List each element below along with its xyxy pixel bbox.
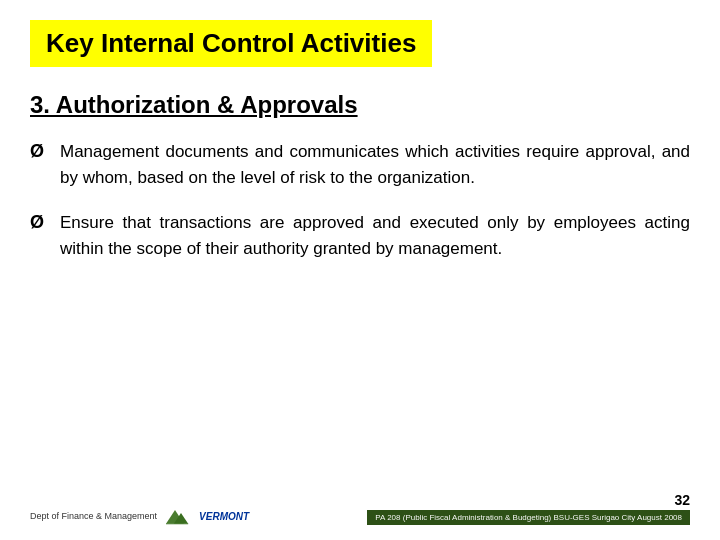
footer-ref-text: PA 208 (Public Fiscal Administration & B…	[375, 513, 682, 522]
bullet-text-2: Ensure that transactions are approved an…	[60, 210, 690, 263]
footer-right: 32 PA 208 (Public Fiscal Administration …	[367, 492, 690, 525]
footer: Dept of Finance & Management VERMONT 32 …	[30, 482, 690, 525]
title-box: Key Internal Control Activities	[30, 20, 432, 67]
bullet-item-2: Ø Ensure that transactions are approved …	[30, 210, 690, 263]
vermont-mountain-icon	[163, 507, 193, 525]
bullet-list: Ø Management documents and communicates …	[30, 139, 690, 482]
bullet-symbol-1: Ø	[30, 141, 48, 162]
slide-container: Key Internal Control Activities 3. Autho…	[0, 0, 720, 540]
footer-left: Dept of Finance & Management VERMONT	[30, 507, 249, 525]
footer-dept-label: Dept of Finance & Management	[30, 511, 157, 521]
section-heading: 3. Authorization & Approvals	[30, 91, 690, 119]
footer-ref: PA 208 (Public Fiscal Administration & B…	[367, 510, 690, 525]
vermont-label: VERMONT	[199, 511, 249, 522]
page-number: 32	[674, 492, 690, 508]
bullet-text-1: Management documents and communicates wh…	[60, 139, 690, 192]
bullet-symbol-2: Ø	[30, 212, 48, 233]
slide-title: Key Internal Control Activities	[46, 28, 416, 58]
bullet-item-1: Ø Management documents and communicates …	[30, 139, 690, 192]
